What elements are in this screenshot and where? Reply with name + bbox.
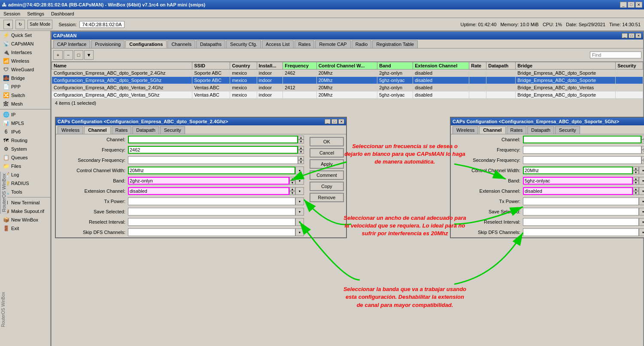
sidebar-item-quickset[interactable]: ⚡ Quick Set [0,31,50,39]
sidebar-item-exit[interactable]: 🚪 Exit [0,224,50,233]
freq-5g-input[interactable] [523,146,641,154]
band-spin-up[interactable]: ▲ [289,177,295,181]
tx-power-5g-input[interactable] [523,197,639,205]
tab-rates[interactable]: Rates [295,40,315,48]
refresh-button[interactable]: ↻ [15,20,25,29]
skip-dfs-5g-input[interactable] [523,228,639,236]
sidebar-item-mesh[interactable]: 🕸 Mesh [0,100,50,108]
tab-datapaths[interactable]: Datapaths [196,40,225,48]
dialog-24ghz-close[interactable]: ✕ [338,119,344,124]
capsman-maximize[interactable]: □ [629,33,635,38]
tab-access-list[interactable]: Access List [262,40,294,48]
band-5g-dropdown[interactable]: ▼ [639,177,644,185]
save-selected-input[interactable] [128,208,295,215]
ext-ch-5g-down[interactable]: ▼ [633,191,639,195]
sidebar-item-supout[interactable]: 📦 Make Supout.rif [0,207,50,215]
sidebar-item-ipv6[interactable]: 6 IPv6 [0,127,50,136]
ext-ch-dropdown[interactable]: ▼ [295,187,304,195]
skip-dfs-dropdown[interactable]: ▼ [295,228,304,236]
find-input[interactable] [590,52,641,58]
sidebar-item-ip[interactable]: 🌐 IP [0,110,50,119]
save-sel-5g-input[interactable] [523,208,639,215]
table-row[interactable]: Configuracion_Empresa_ABC_dpto_Ventas_2.… [52,84,643,91]
menu-settings[interactable]: Settings [25,11,46,17]
reselect-interval-input[interactable] [128,218,295,226]
tab-channel-24[interactable]: Channel [84,126,110,134]
sidebar-item-files[interactable]: 📁 Files [0,162,50,170]
reselect-interval-dropdown[interactable]: ▼ [295,218,304,226]
add-button[interactable]: + [53,50,63,60]
tab-remote-cap[interactable]: Remote CAP [315,40,350,48]
freq-spin-up[interactable]: ▲ [298,146,304,150]
filter-button[interactable]: ▼ [84,50,94,60]
ccw-5g-input[interactable] [523,167,633,174]
sidebar-item-terminal[interactable]: 🖥 New Terminal [0,198,50,207]
channel-spin-down[interactable]: ▼ [298,140,304,143]
freq-spin-down[interactable]: ▼ [298,150,304,154]
safe-mode-button[interactable]: Safe Mode [27,20,52,29]
ext-ch-up[interactable]: ▲ [289,187,295,191]
table-row[interactable]: Configuracion_Empresa_ABC_dpto_Soporte_5… [52,77,643,84]
sidebar-item-routing[interactable]: 🗺 Routing [0,136,50,145]
ccw-5g-up[interactable]: ▲ [633,167,639,170]
tx-power-5g-dropdown[interactable]: ▼ [639,197,644,205]
save-selected-dropdown[interactable]: ▼ [295,208,304,215]
capsman-minimize[interactable]: _ [622,33,628,38]
channel-5g-input[interactable] [523,136,641,143]
channel-5g-up[interactable]: ▲ [641,136,644,140]
channel-5g-down[interactable]: ▼ [641,140,644,143]
freq-5g-up[interactable]: ▲ [641,146,644,150]
table-row[interactable]: Configuracion_Empresa_ABC_dpto_Ventas_5G… [52,91,643,99]
tab-channels[interactable]: Channels [167,40,195,48]
sec-freq-input[interactable] [128,156,298,164]
tab-cap-interface[interactable]: CAP Interface [53,40,90,48]
comment-button-24[interactable]: Comment [310,170,344,180]
table-row[interactable]: Configuracion_Empresa_ABC_dpto_Soporte_2… [52,70,643,77]
ext-ch-down[interactable]: ▼ [289,191,295,195]
tab-channel-5g[interactable]: Channel [479,126,505,134]
tab-configurations[interactable]: Configurations [125,40,167,48]
sec-freq-5g-down[interactable]: ▼ [641,160,644,164]
sidebar-item-wireguard[interactable]: 🛡 WireGuard [0,65,50,74]
ext-ch-input[interactable] [128,187,289,195]
menu-session[interactable]: Session [2,11,22,17]
skip-dfs-input[interactable] [128,228,295,236]
band-5g-down[interactable]: ▼ [633,181,639,185]
tx-power-dropdown[interactable]: ▼ [295,197,304,205]
remove-button-24[interactable]: Remove [310,193,344,202]
apply-button-24[interactable]: Apply [310,159,344,169]
sidebar-item-ppp[interactable]: 📄 PPP [0,82,50,91]
tab-datapath-5g[interactable]: Datapath [527,126,554,134]
dialog-24ghz-maximize[interactable]: □ [331,119,337,124]
close-button[interactable]: ✕ [635,2,642,8]
sec-freq-up[interactable]: ▲ [298,156,304,160]
copy-button-24[interactable]: Copy [310,182,344,191]
copy-button[interactable]: □ [74,50,83,60]
ok-button-24[interactable]: OK [310,137,344,146]
sidebar-item-switch[interactable]: 🔀 Switch [0,91,50,100]
ext-ch-5g-input[interactable] [523,187,633,195]
band-input[interactable] [128,177,289,185]
minimize-button[interactable]: _ [620,2,627,8]
band-dropdown[interactable]: ▼ [295,177,304,185]
ext-ch-5g-up[interactable]: ▲ [633,187,639,191]
sidebar-item-radius[interactable]: 🔐 RADIUS [0,179,50,188]
tx-power-input[interactable] [128,197,295,205]
tab-security-24[interactable]: Security [160,126,185,134]
sidebar-item-newwinbox[interactable]: 📦 New WinBox [0,215,50,224]
capsman-close[interactable]: ✕ [635,33,641,38]
tab-rates-24[interactable]: Rates [112,126,132,134]
tab-security-cfg[interactable]: Security Cfg. [226,40,261,48]
back-button[interactable]: ◀ [3,20,13,29]
tab-wireless-5g[interactable]: Wireless [453,126,478,134]
sidebar-item-system[interactable]: ⚙ System [0,145,50,153]
tab-radio[interactable]: Radio [352,40,372,48]
band-spin-down[interactable]: ▼ [289,181,295,185]
skip-dfs-5g-dropdown[interactable]: ▼ [639,228,644,236]
sec-freq-5g-input[interactable] [523,156,641,164]
sec-freq-5g-up[interactable]: ▲ [641,156,644,160]
reselect-5g-dropdown[interactable]: ▼ [639,218,644,226]
cancel-button-24[interactable]: Cancel [310,148,344,158]
tab-rates-5g[interactable]: Rates [507,126,527,134]
sidebar-item-wireless[interactable]: 📶 Wireless [0,57,50,65]
